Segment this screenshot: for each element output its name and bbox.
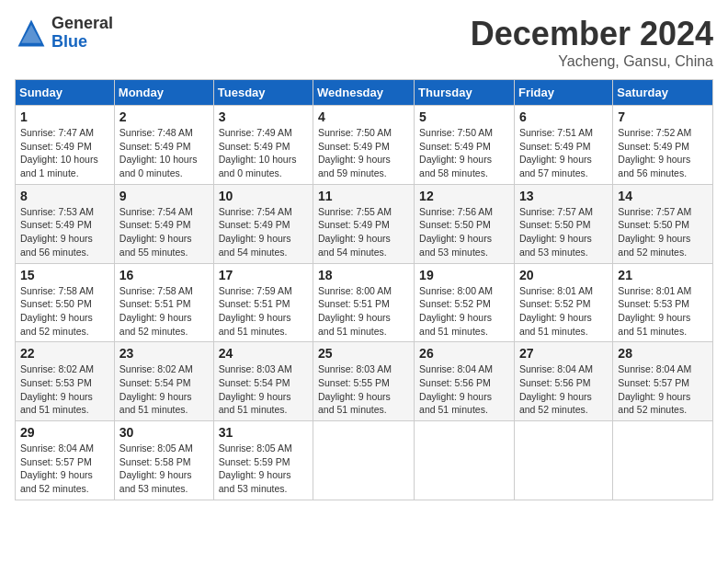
calendar-cell: 9Sunrise: 7:54 AMSunset: 5:49 PMDaylight… xyxy=(114,184,213,263)
day-info: Sunrise: 8:05 AMSunset: 5:59 PMDaylight:… xyxy=(219,442,308,496)
calendar-cell: 6Sunrise: 7:51 AMSunset: 5:49 PMDaylight… xyxy=(514,106,612,185)
day-info: Sunrise: 7:52 AMSunset: 5:49 PMDaylight:… xyxy=(618,126,708,180)
day-number: 7 xyxy=(618,109,708,124)
calendar-cell: 11Sunrise: 7:55 AMSunset: 5:49 PMDayligh… xyxy=(313,184,415,263)
day-info: Sunrise: 8:01 AMSunset: 5:53 PMDaylight:… xyxy=(618,284,708,339)
weekday-header-row: SundayMondayTuesdayWednesdayThursdayFrid… xyxy=(16,80,713,106)
calendar-cell: 21Sunrise: 8:01 AMSunset: 5:53 PMDayligh… xyxy=(613,263,713,342)
day-info: Sunrise: 7:53 AMSunset: 5:49 PMDaylight:… xyxy=(20,205,109,259)
day-number: 15 xyxy=(20,268,109,282)
day-number: 21 xyxy=(618,268,708,282)
calendar-cell: 16Sunrise: 7:58 AMSunset: 5:51 PMDayligh… xyxy=(114,263,213,342)
day-number: 12 xyxy=(419,189,509,203)
day-number: 22 xyxy=(20,346,109,361)
day-info: Sunrise: 7:50 AMSunset: 5:49 PMDaylight:… xyxy=(318,126,409,180)
weekday-header-wednesday: Wednesday xyxy=(313,80,415,106)
calendar-table: SundayMondayTuesdayWednesdayThursdayFrid… xyxy=(15,79,713,500)
day-number: 13 xyxy=(519,189,608,203)
day-number: 10 xyxy=(219,189,308,203)
month-title: December 2024 xyxy=(471,15,713,53)
day-number: 27 xyxy=(519,346,608,361)
day-number: 16 xyxy=(119,268,209,282)
calendar-cell: 5Sunrise: 7:50 AMSunset: 5:49 PMDaylight… xyxy=(415,106,515,185)
day-info: Sunrise: 8:02 AMSunset: 5:54 PMDaylight:… xyxy=(119,362,209,417)
calendar-cell: 3Sunrise: 7:49 AMSunset: 5:49 PMDaylight… xyxy=(213,106,313,185)
day-number: 2 xyxy=(119,109,209,124)
day-info: Sunrise: 7:55 AMSunset: 5:49 PMDaylight:… xyxy=(318,205,409,259)
day-number: 19 xyxy=(419,268,509,282)
day-info: Sunrise: 8:04 AMSunset: 5:56 PMDaylight:… xyxy=(419,362,509,417)
calendar-cell: 22Sunrise: 8:02 AMSunset: 5:53 PMDayligh… xyxy=(16,342,115,421)
day-number: 17 xyxy=(219,268,308,282)
calendar-cell: 30Sunrise: 8:05 AMSunset: 5:58 PMDayligh… xyxy=(114,421,213,500)
location-subtitle: Yacheng, Gansu, China xyxy=(471,53,713,70)
calendar-cell xyxy=(613,421,713,500)
calendar-cell: 8Sunrise: 7:53 AMSunset: 5:49 PMDaylight… xyxy=(16,184,115,263)
day-number: 30 xyxy=(119,425,209,440)
calendar-cell: 19Sunrise: 8:00 AMSunset: 5:52 PMDayligh… xyxy=(415,263,515,342)
title-block: December 2024 Yacheng, Gansu, China xyxy=(471,15,713,70)
calendar-week-1: 1Sunrise: 7:47 AMSunset: 5:49 PMDaylight… xyxy=(16,106,713,185)
calendar-cell: 14Sunrise: 7:57 AMSunset: 5:50 PMDayligh… xyxy=(613,184,713,263)
day-number: 8 xyxy=(20,189,109,203)
weekday-header-sunday: Sunday xyxy=(16,80,115,106)
day-number: 6 xyxy=(519,109,608,124)
day-number: 31 xyxy=(219,425,308,440)
logo: General Blue xyxy=(15,15,113,52)
day-info: Sunrise: 8:00 AMSunset: 5:52 PMDaylight:… xyxy=(419,284,509,339)
calendar-cell: 12Sunrise: 7:56 AMSunset: 5:50 PMDayligh… xyxy=(415,184,515,263)
calendar-cell xyxy=(313,421,415,500)
calendar-cell: 13Sunrise: 7:57 AMSunset: 5:50 PMDayligh… xyxy=(514,184,612,263)
day-number: 24 xyxy=(219,346,308,361)
calendar-cell: 23Sunrise: 8:02 AMSunset: 5:54 PMDayligh… xyxy=(114,342,213,421)
day-info: Sunrise: 7:58 AMSunset: 5:50 PMDaylight:… xyxy=(20,284,109,339)
day-info: Sunrise: 8:03 AMSunset: 5:54 PMDaylight:… xyxy=(219,362,308,417)
day-info: Sunrise: 7:54 AMSunset: 5:49 PMDaylight:… xyxy=(119,205,209,259)
day-info: Sunrise: 7:58 AMSunset: 5:51 PMDaylight:… xyxy=(119,284,209,339)
day-number: 25 xyxy=(318,346,409,361)
day-number: 3 xyxy=(219,109,308,124)
day-info: Sunrise: 7:51 AMSunset: 5:49 PMDaylight:… xyxy=(519,126,608,180)
calendar-cell: 20Sunrise: 8:01 AMSunset: 5:52 PMDayligh… xyxy=(514,263,612,342)
page-header: General Blue December 2024 Yacheng, Gans… xyxy=(15,15,713,70)
day-number: 1 xyxy=(20,109,109,124)
weekday-header-thursday: Thursday xyxy=(415,80,515,106)
day-info: Sunrise: 7:47 AMSunset: 5:49 PMDaylight:… xyxy=(20,126,109,180)
calendar-week-5: 29Sunrise: 8:04 AMSunset: 5:57 PMDayligh… xyxy=(16,421,713,500)
calendar-cell: 10Sunrise: 7:54 AMSunset: 5:49 PMDayligh… xyxy=(213,184,313,263)
day-number: 14 xyxy=(618,189,708,203)
day-number: 4 xyxy=(318,109,409,124)
calendar-cell: 28Sunrise: 8:04 AMSunset: 5:57 PMDayligh… xyxy=(613,342,713,421)
day-number: 11 xyxy=(318,189,409,203)
day-info: Sunrise: 8:02 AMSunset: 5:53 PMDaylight:… xyxy=(20,362,109,417)
day-number: 28 xyxy=(618,346,708,361)
day-info: Sunrise: 7:54 AMSunset: 5:49 PMDaylight:… xyxy=(219,205,308,259)
weekday-header-tuesday: Tuesday xyxy=(213,80,313,106)
weekday-header-monday: Monday xyxy=(114,80,213,106)
calendar-week-4: 22Sunrise: 8:02 AMSunset: 5:53 PMDayligh… xyxy=(16,342,713,421)
day-info: Sunrise: 7:50 AMSunset: 5:49 PMDaylight:… xyxy=(419,126,509,180)
calendar-week-3: 15Sunrise: 7:58 AMSunset: 5:50 PMDayligh… xyxy=(16,263,713,342)
day-number: 26 xyxy=(419,346,509,361)
calendar-cell: 29Sunrise: 8:04 AMSunset: 5:57 PMDayligh… xyxy=(16,421,115,500)
logo-text: General Blue xyxy=(51,15,113,52)
day-number: 9 xyxy=(119,189,209,203)
calendar-cell: 2Sunrise: 7:48 AMSunset: 5:49 PMDaylight… xyxy=(114,106,213,185)
calendar-cell: 27Sunrise: 8:04 AMSunset: 5:56 PMDayligh… xyxy=(514,342,612,421)
day-info: Sunrise: 7:48 AMSunset: 5:49 PMDaylight:… xyxy=(119,126,209,180)
calendar-cell: 26Sunrise: 8:04 AMSunset: 5:56 PMDayligh… xyxy=(415,342,515,421)
calendar-cell: 7Sunrise: 7:52 AMSunset: 5:49 PMDaylight… xyxy=(613,106,713,185)
logo-general-text: General xyxy=(51,15,113,33)
calendar-week-2: 8Sunrise: 7:53 AMSunset: 5:49 PMDaylight… xyxy=(16,184,713,263)
calendar-cell: 31Sunrise: 8:05 AMSunset: 5:59 PMDayligh… xyxy=(213,421,313,500)
day-info: Sunrise: 8:04 AMSunset: 5:57 PMDaylight:… xyxy=(20,442,109,496)
calendar-cell: 24Sunrise: 8:03 AMSunset: 5:54 PMDayligh… xyxy=(213,342,313,421)
day-number: 5 xyxy=(419,109,509,124)
logo-icon xyxy=(15,17,48,50)
weekday-header-friday: Friday xyxy=(514,80,612,106)
calendar-cell: 17Sunrise: 7:59 AMSunset: 5:51 PMDayligh… xyxy=(213,263,313,342)
day-info: Sunrise: 8:03 AMSunset: 5:55 PMDaylight:… xyxy=(318,362,409,417)
calendar-cell xyxy=(415,421,515,500)
day-info: Sunrise: 7:57 AMSunset: 5:50 PMDaylight:… xyxy=(618,205,708,259)
day-info: Sunrise: 7:49 AMSunset: 5:49 PMDaylight:… xyxy=(219,126,308,180)
